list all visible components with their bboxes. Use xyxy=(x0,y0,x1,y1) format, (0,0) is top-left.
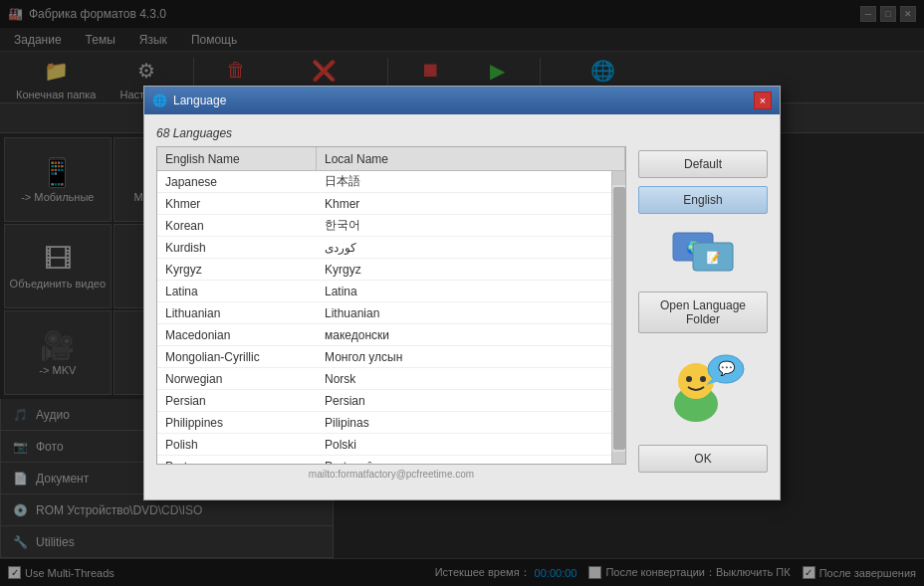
english-button[interactable]: English xyxy=(638,186,768,214)
scrollbar-thumb[interactable] xyxy=(613,187,625,450)
lang-english-name: Mongolian-Cyrillic xyxy=(157,350,317,364)
language-modal: 🌐 Language × 68 Languages English Name L… xyxy=(143,86,781,500)
language-row[interactable]: Kurdish كوردى xyxy=(157,237,611,259)
lang-english-name: Japanese xyxy=(157,175,317,189)
modal-footer: mailto:formatfactory@pcfreetime.com xyxy=(156,465,626,488)
svg-text:📝: 📝 xyxy=(706,250,721,265)
modal-language-list-section: 68 Languages English Name Local Name Jap… xyxy=(156,126,626,488)
scrollbar-up-button[interactable]: ▲ xyxy=(612,171,626,185)
avatar-area: 💬 xyxy=(638,349,768,429)
modal-title-bar: 🌐 Language × xyxy=(144,87,780,114)
language-row[interactable]: Polish Polski xyxy=(157,434,611,456)
modal-right-panel: Default English 🌍 📝 Open Language Folder xyxy=(638,126,768,488)
modal-subtitle: 68 Languages xyxy=(156,126,626,140)
lang-english-name: Korean xyxy=(157,219,317,233)
lang-local-name: Kyrgyz xyxy=(317,263,611,277)
lang-english-name: Polish xyxy=(157,438,317,452)
modal-body: 68 Languages English Name Local Name Jap… xyxy=(144,114,780,499)
header-english-name: English Name xyxy=(157,147,317,170)
lang-local-name: Lithuanian xyxy=(317,306,611,320)
ok-button[interactable]: OK xyxy=(638,445,768,473)
lang-local-name: Polski xyxy=(317,438,611,452)
lang-local-name: كوردى xyxy=(317,241,611,255)
language-table: English Name Local Name Japanese 日本語 Khm… xyxy=(156,146,626,465)
lang-local-name: Persian xyxy=(317,394,611,408)
language-row[interactable]: Portuguese Português xyxy=(157,456,611,465)
modal-title: Language xyxy=(173,94,226,107)
svg-text:💬: 💬 xyxy=(718,360,736,377)
lang-local-name: Khmer xyxy=(317,197,611,211)
lang-local-name: македонски xyxy=(317,328,611,342)
lang-local-name: 한국어 xyxy=(317,217,611,234)
lang-english-name: Persian xyxy=(157,394,317,408)
language-row[interactable]: Latina Latina xyxy=(157,281,611,302)
svg-point-6 xyxy=(686,376,692,382)
language-rows: Japanese 日本語 Khmer Khmer Korean 한국어 Kurd… xyxy=(157,171,611,465)
lang-local-name: Монгол улсын xyxy=(317,350,611,364)
lang-english-name: Philippines xyxy=(157,416,317,430)
language-icon: 🌍 📝 xyxy=(668,228,738,278)
header-local-name: Local Name xyxy=(317,147,625,170)
lang-english-name: Kurdish xyxy=(157,241,317,255)
open-language-folder-button[interactable]: Open Language Folder xyxy=(638,292,768,333)
modal-flag-icon: 🌐 xyxy=(152,94,167,107)
lang-english-name: Khmer xyxy=(157,197,317,211)
lang-local-name: Latina xyxy=(317,285,611,298)
language-row[interactable]: Persian Persian xyxy=(157,390,611,412)
scrollbar-track[interactable]: ▲ ▼ xyxy=(611,171,625,465)
language-row[interactable]: Mongolian-Cyrillic Монгол улсын xyxy=(157,346,611,368)
lang-local-name: Pilipinas xyxy=(317,416,611,430)
modal-close-button[interactable]: × xyxy=(754,92,772,109)
language-row[interactable]: Norwegian Norsk xyxy=(157,368,611,390)
language-row[interactable]: Kyrgyz Kyrgyz xyxy=(157,259,611,281)
lang-english-name: Latina xyxy=(157,285,317,298)
language-row[interactable]: Korean 한국어 xyxy=(157,215,611,237)
language-row[interactable]: Lithuanian Lithuanian xyxy=(157,302,611,324)
lang-local-name: Norsk xyxy=(317,372,611,386)
table-scroll-area: Japanese 日本語 Khmer Khmer Korean 한국어 Kurd… xyxy=(157,171,625,465)
avatar-icon: 💬 xyxy=(658,349,748,429)
language-row[interactable]: Philippines Pilipinas xyxy=(157,412,611,434)
language-row[interactable]: Japanese 日本語 xyxy=(157,171,611,193)
lang-english-name: Norwegian xyxy=(157,372,317,386)
lang-local-name: 日本語 xyxy=(317,173,611,190)
language-row[interactable]: Macedonian македонски xyxy=(157,324,611,346)
scrollbar-down-button[interactable]: ▼ xyxy=(612,452,626,465)
default-button[interactable]: Default xyxy=(638,150,768,178)
modal-overlay: 🌐 Language × 68 Languages English Name L… xyxy=(0,0,924,586)
lang-english-name: Macedonian xyxy=(157,328,317,342)
lang-english-name: Lithuanian xyxy=(157,306,317,320)
language-row[interactable]: Khmer Khmer xyxy=(157,193,611,215)
svg-point-7 xyxy=(700,376,706,382)
table-header: English Name Local Name xyxy=(157,147,625,171)
lang-english-name: Kyrgyz xyxy=(157,263,317,277)
